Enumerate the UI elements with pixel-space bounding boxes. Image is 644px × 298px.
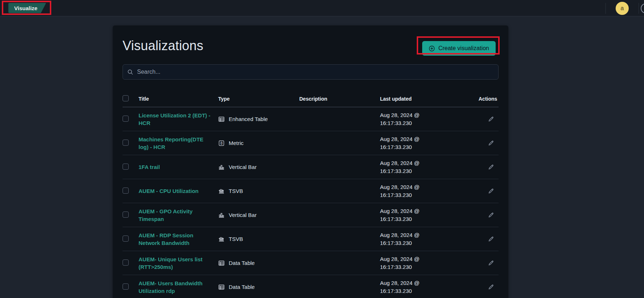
table-row: AUEM - GPO Activity Timespan Vertical Ba… xyxy=(123,203,499,227)
visualization-title-link[interactable]: AUEM- Unique Users list (RTT>250ms) xyxy=(139,255,213,271)
last-updated-cell: Aug 28, 2024 @ 16:17:33.230 xyxy=(380,231,429,247)
table-header-row: Title Type Description Last updated Acti… xyxy=(123,90,499,107)
row-checkbox[interactable] xyxy=(123,140,129,146)
search-bar xyxy=(123,64,499,80)
row-checkbox[interactable] xyxy=(123,188,129,194)
avatar-initial: a xyxy=(621,5,624,12)
visualization-title-link[interactable]: AUEM- Users Bandwidth Utilization rdp xyxy=(139,279,213,295)
table-row: License Utilization 2 (EDT) - HCR Enhanc… xyxy=(123,107,499,131)
edit-pencil-icon[interactable] xyxy=(487,187,495,195)
last-updated-cell: Aug 28, 2024 @ 16:17:33.230 xyxy=(380,279,429,295)
header-description[interactable]: Description xyxy=(299,96,380,102)
visualization-title-link[interactable]: 1FA trail xyxy=(139,163,160,171)
data-table-icon xyxy=(218,260,225,266)
row-checkbox[interactable] xyxy=(123,116,129,122)
visualize-tab-label: Visualize xyxy=(14,5,37,11)
page-title: Visualizations xyxy=(123,38,203,53)
vbar-icon xyxy=(218,164,225,170)
visualization-title-link[interactable]: AUEM - RDP Session Network Bandwidth xyxy=(139,231,213,247)
edit-pencil-icon[interactable] xyxy=(487,211,495,219)
type-label: TSVB xyxy=(229,188,243,194)
type-label: Enhanced Table xyxy=(229,116,268,122)
type-label: Vertical Bar xyxy=(229,164,257,170)
edit-pencil-icon[interactable] xyxy=(487,283,495,291)
visualize-breadcrumb-tab[interactable]: Visualize xyxy=(8,3,46,13)
table-row: AUEM - RDP Session Network Bandwidth TSV… xyxy=(123,227,499,251)
vbar-icon xyxy=(218,212,225,218)
row-checkbox[interactable] xyxy=(123,164,129,170)
last-updated-cell: Aug 28, 2024 @ 16:17:33.230 xyxy=(380,135,429,151)
type-label: Vertical Bar xyxy=(229,212,257,218)
edit-pencil-icon[interactable] xyxy=(487,139,495,147)
data-table-icon xyxy=(218,284,225,290)
clipped-header-icon xyxy=(639,2,644,15)
user-avatar[interactable]: a xyxy=(616,2,629,15)
header-last-updated[interactable]: Last updated xyxy=(380,96,479,102)
table-row: AUEM- Users Bandwidth Utilization rdp Da… xyxy=(123,275,499,298)
enhanced-table-icon xyxy=(218,116,225,122)
create-visualization-label: Create visualization xyxy=(438,45,489,52)
top-navigation-bar: Visualize a xyxy=(0,0,644,16)
type-label: Data Table xyxy=(229,284,255,290)
edit-pencil-icon[interactable] xyxy=(487,235,495,243)
plus-circle-icon xyxy=(429,45,435,52)
last-updated-cell: Aug 28, 2024 @ 16:17:33.230 xyxy=(380,255,429,271)
last-updated-cell: Aug 28, 2024 @ 16:17:33.230 xyxy=(380,159,429,175)
visualization-title-link[interactable]: AUEM - CPU Utilization xyxy=(139,187,199,195)
row-checkbox[interactable] xyxy=(123,212,129,218)
tsvb-icon xyxy=(218,188,225,194)
search-icon xyxy=(127,69,133,75)
last-updated-cell: Aug 28, 2024 @ 16:17:33.230 xyxy=(380,183,429,199)
visualization-title-link[interactable]: Machines Reporting(DTE log) - HCR xyxy=(139,136,213,151)
row-checkbox[interactable] xyxy=(123,235,129,242)
visualizations-panel: Visualizations Create visualization Titl… xyxy=(113,25,508,298)
header-actions: Actions xyxy=(479,96,501,102)
header-divider-left xyxy=(605,3,606,14)
metric-icon: 8 xyxy=(218,140,225,146)
table-row: Machines Reporting(DTE log) - HCR 8 Metr… xyxy=(123,131,499,155)
table-row: AUEM- Unique Users list (RTT>250ms) Data… xyxy=(123,251,499,275)
row-checkbox[interactable] xyxy=(123,259,129,266)
last-updated-cell: Aug 28, 2024 @ 16:17:33.230 xyxy=(380,111,429,127)
last-updated-cell: Aug 28, 2024 @ 16:17:33.230 xyxy=(380,207,429,223)
table-body: License Utilization 2 (EDT) - HCR Enhanc… xyxy=(123,107,499,298)
header-type[interactable]: Type xyxy=(218,96,299,102)
visualization-title-link[interactable]: AUEM - GPO Activity Timespan xyxy=(139,208,213,223)
type-label: Metric xyxy=(229,140,244,146)
svg-text:8: 8 xyxy=(220,141,223,145)
table-row: 1FA trail Vertical Bar Aug 28, 2024 @ 16… xyxy=(123,155,499,179)
edit-pencil-icon[interactable] xyxy=(487,115,495,123)
visualizations-table: Title Type Description Last updated Acti… xyxy=(123,90,499,298)
visualization-title-link[interactable]: License Utilization 2 (EDT) - HCR xyxy=(139,112,213,127)
row-checkbox[interactable] xyxy=(123,283,129,290)
type-label: Data Table xyxy=(229,260,255,266)
edit-pencil-icon[interactable] xyxy=(487,163,495,171)
select-all-checkbox[interactable] xyxy=(123,95,129,101)
table-row: AUEM - CPU Utilization TSVB Aug 28, 2024… xyxy=(123,179,499,203)
type-label: TSVB xyxy=(229,236,243,242)
tsvb-icon xyxy=(218,236,225,242)
header-title[interactable]: Title xyxy=(139,96,218,102)
create-visualization-button[interactable]: Create visualization xyxy=(422,41,496,56)
edit-pencil-icon[interactable] xyxy=(487,259,495,267)
search-input[interactable] xyxy=(137,69,494,75)
